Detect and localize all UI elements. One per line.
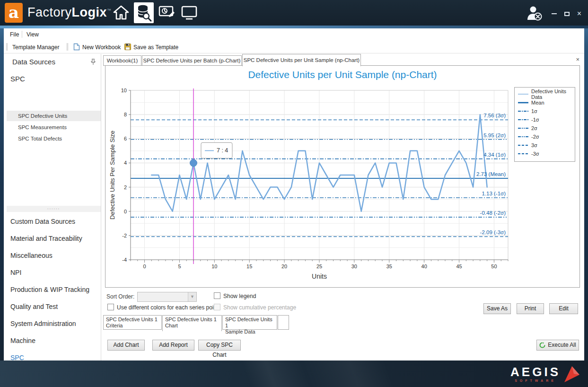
new-workbook-icon bbox=[73, 43, 80, 51]
template-manager-button[interactable]: Template Manager bbox=[12, 44, 59, 51]
data-analysis-active-tab[interactable] bbox=[134, 2, 154, 23]
chart-panel: Defective Units per Unit Sample (np-Char… bbox=[105, 65, 580, 288]
legend-item--2σ: -2σ bbox=[518, 132, 575, 141]
sub-tab-criteria[interactable]: SPC Defective Units 1Criteria bbox=[103, 315, 162, 330]
legend-item--1σ: -1σ bbox=[518, 115, 575, 124]
close-tab-icon[interactable]: × bbox=[576, 56, 579, 63]
control-line-label: 5.95 (2σ) bbox=[483, 132, 506, 138]
brand-name: FactoryLogix™ bbox=[27, 5, 112, 20]
x-tick-label: 45 bbox=[456, 264, 462, 269]
sidebar-category-quality-and-test[interactable]: Quality and Test bbox=[10, 303, 58, 310]
legend-line-sample bbox=[518, 117, 529, 122]
sidebar-category-npi[interactable]: NPI bbox=[10, 269, 21, 276]
control-line-label: 2.73 (Mean) bbox=[476, 171, 506, 177]
legend-label: Mean bbox=[531, 100, 544, 106]
copy-spc-chart-button[interactable]: Copy SPC Chart bbox=[198, 340, 241, 351]
edit-button[interactable]: Edit bbox=[549, 303, 578, 314]
footer-band: AEGIS SOFTWARE bbox=[0, 361, 588, 387]
data-sources-panel: Data Sources SPC SPC Defective UnitsSPC … bbox=[7, 54, 101, 361]
add-report-button[interactable]: Add Report bbox=[152, 340, 194, 351]
different-colors-checkbox[interactable] bbox=[107, 304, 114, 310]
legend-label: 1σ bbox=[531, 108, 537, 114]
menu-file[interactable]: File bbox=[10, 31, 19, 38]
sort-order-select[interactable]: ▼ bbox=[137, 292, 197, 302]
monitor-icon[interactable] bbox=[181, 5, 198, 21]
sub-tab-chart[interactable]: SPC Defective Units 1Chart bbox=[162, 315, 222, 331]
legend-line-sample bbox=[518, 126, 529, 131]
legend-line-sample bbox=[518, 151, 529, 156]
sub-tab-sample-data[interactable]: SPC Defective Units 1Sample Data bbox=[222, 315, 277, 330]
menu-bar: File View bbox=[4, 28, 584, 41]
presentation-icon[interactable] bbox=[158, 5, 175, 21]
legend-label: -1σ bbox=[531, 117, 539, 123]
legend-line-sample bbox=[518, 100, 529, 105]
x-tick-label: 25 bbox=[316, 264, 322, 269]
home-icon[interactable] bbox=[113, 5, 130, 21]
save-as-button[interactable]: Save As bbox=[483, 303, 511, 314]
sidebar-item-spc-measurements[interactable]: SPC Measurements bbox=[7, 122, 101, 132]
legend-label: 3σ bbox=[531, 142, 537, 148]
legend-label: -3σ bbox=[531, 151, 539, 157]
y-tick-label: 4 bbox=[124, 160, 127, 166]
sub-tab-line1: SPC Defective Units 1 bbox=[106, 317, 159, 323]
sidebar-category-custom-data-sources[interactable]: Custom Data Sources bbox=[10, 218, 75, 225]
main-window: File View Template Manager New Workbook … bbox=[4, 28, 584, 361]
chart-title: Defective Units per Unit Sample (np-Char… bbox=[105, 69, 579, 80]
sidebar-category-system-administration[interactable]: System Administration bbox=[10, 320, 76, 327]
add-chart-button[interactable]: Add Chart bbox=[107, 340, 145, 351]
show-legend-checkbox[interactable] bbox=[214, 292, 220, 299]
user-logout-icon[interactable] bbox=[526, 6, 543, 23]
y-tick-label: -4 bbox=[122, 257, 127, 263]
toolbar-grip bbox=[67, 43, 68, 51]
selected-point-marker[interactable] bbox=[190, 159, 197, 167]
new-workbook-button[interactable]: New Workbook bbox=[82, 44, 121, 51]
sub-tab-stub bbox=[278, 315, 289, 330]
titlebar: a FactoryLogix™ bbox=[0, 0, 588, 26]
chart-legend: Defective Units DataMean1σ-1σ2σ-2σ3σ-3σ bbox=[514, 87, 575, 162]
group-title-spc: SPC bbox=[10, 75, 25, 83]
sub-tab-line2: Chart bbox=[165, 323, 219, 329]
chevron-down-icon[interactable]: ▼ bbox=[188, 292, 196, 301]
sidebar-category-production-wip-tracking[interactable]: Production & WIP Tracking bbox=[10, 286, 89, 293]
aegis-arrow-icon bbox=[563, 364, 580, 383]
workbook-tab-2[interactable]: SPC Defective Units per Unit Sample (np-… bbox=[242, 54, 361, 66]
sidebar-item-spc-defective-units[interactable]: SPC Defective Units bbox=[7, 111, 101, 121]
control-line-label: 1.13 (-1σ) bbox=[482, 191, 506, 196]
control-line-label: -0.48 (-2σ) bbox=[480, 210, 506, 216]
menu-view[interactable]: View bbox=[26, 31, 39, 38]
y-tick-label: -2 bbox=[122, 233, 127, 238]
sidebar-item-spc-total-defects[interactable]: SPC Total Defects bbox=[7, 133, 101, 144]
sidebar-category-machine[interactable]: Machine bbox=[10, 337, 35, 344]
sort-order-label: Sort Order: bbox=[106, 293, 134, 300]
sidebar-category-miscellaneous[interactable]: Miscellaneous bbox=[10, 252, 53, 259]
chart-tooltip: 7 : 4 bbox=[201, 142, 232, 158]
workbook-tab-1[interactable]: SPC Defective Units per Batch (p-Chart) bbox=[142, 55, 242, 66]
y-tick-label: 8 bbox=[124, 112, 127, 117]
x-tick-label: 20 bbox=[281, 264, 287, 269]
sidebar-category-material-and-traceability[interactable]: Material and Traceability bbox=[10, 235, 82, 242]
workbook-tab-0[interactable]: Workbook(1) bbox=[103, 55, 141, 66]
window-minimize-button[interactable] bbox=[552, 13, 557, 14]
show-legend-label: Show legend bbox=[223, 293, 256, 299]
control-line-label: 4.34 (1σ) bbox=[483, 152, 506, 158]
y-tick-label: 0 bbox=[124, 209, 127, 214]
pin-icon[interactable] bbox=[90, 59, 96, 65]
menu-separator bbox=[22, 31, 22, 38]
execute-refresh-icon bbox=[539, 342, 545, 352]
window-maximize-button[interactable] bbox=[564, 12, 570, 16]
save-as-template-button[interactable]: Save as Template bbox=[133, 44, 178, 51]
panel-splitter[interactable]: ...... bbox=[7, 206, 101, 212]
control-line-label: 7.56 (3σ) bbox=[483, 113, 506, 118]
legend-line-sample bbox=[518, 134, 529, 139]
legend-line-sample bbox=[518, 109, 529, 114]
sidebar-divider bbox=[101, 54, 101, 361]
toolbar-grip bbox=[6, 43, 8, 51]
print-button[interactable]: Print bbox=[517, 303, 544, 314]
window-close-button[interactable]: × bbox=[577, 11, 581, 16]
legend-item-1σ: 1σ bbox=[518, 107, 575, 115]
control-line-label: -2.09 (-3σ) bbox=[480, 229, 506, 235]
execute-all-button[interactable]: Execute All bbox=[536, 340, 579, 351]
np-chart[interactable]: 7.56 (3σ)5.95 (2σ)4.34 (1σ)2.73 (Mean)1.… bbox=[108, 87, 511, 282]
cumulative-percentage-label: Show cumulative percentage bbox=[223, 304, 296, 311]
sub-tab-line1: SPC Defective Units 1 bbox=[165, 317, 219, 323]
